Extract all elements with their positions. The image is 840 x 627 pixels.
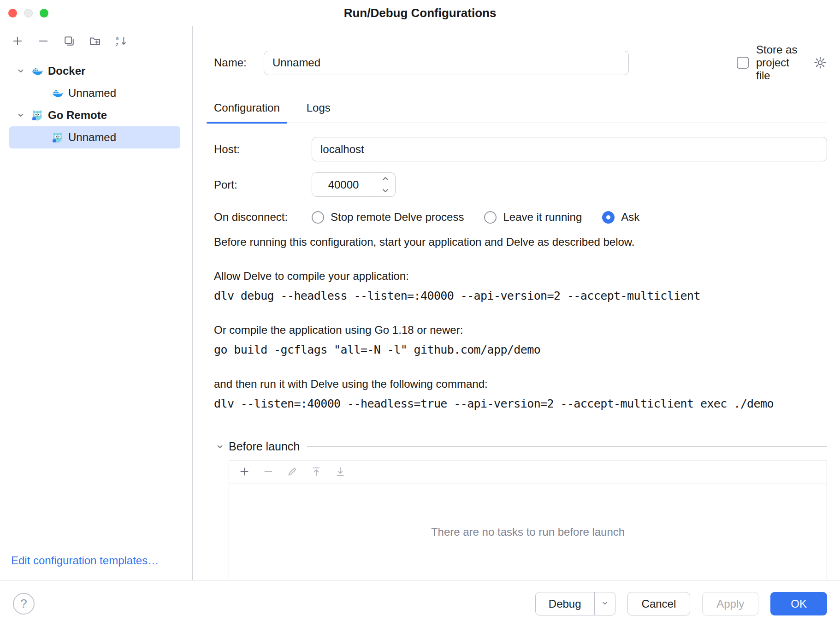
edit-templates-link[interactable]: Edit configuration templates… bbox=[0, 554, 192, 580]
question-mark-icon: ? bbox=[20, 597, 27, 611]
name-label: Name: bbox=[214, 56, 264, 69]
go-remote-icon bbox=[52, 131, 64, 143]
tasks-toolbar bbox=[229, 461, 827, 484]
run-command: dlv --listen=:40000 --headless=true --ap… bbox=[214, 397, 827, 410]
radio-label: Ask bbox=[621, 211, 639, 224]
tree-item-label: Go Remote bbox=[48, 109, 107, 122]
store-as-project-group: Store as project file bbox=[737, 43, 827, 82]
stepper-down-button[interactable] bbox=[375, 185, 395, 197]
help-button[interactable]: ? bbox=[13, 593, 35, 615]
minimize-window-button[interactable] bbox=[24, 9, 33, 18]
radio-icon bbox=[484, 211, 497, 224]
host-input[interactable] bbox=[312, 137, 827, 161]
editor-tabs: Configuration Logs bbox=[207, 101, 827, 123]
tree-item-docker[interactable]: Docker bbox=[0, 60, 192, 82]
sidebar-toolbar: az bbox=[0, 31, 192, 54]
arrow-up-to-bar-icon bbox=[310, 466, 322, 479]
move-task-down-button[interactable] bbox=[334, 467, 346, 479]
window-title: Run/Debug Configurations bbox=[0, 6, 840, 20]
radio-leave-it-running[interactable]: Leave it running bbox=[484, 211, 582, 224]
on-disconnect-label: On disconnect: bbox=[214, 211, 312, 224]
port-label: Port: bbox=[214, 178, 312, 191]
configuration-editor: Name: Store as project file Configuratio… bbox=[193, 26, 840, 580]
add-configuration-button[interactable] bbox=[11, 35, 24, 48]
radio-ask[interactable]: Ask bbox=[602, 211, 639, 224]
run-heading: and then run it with Delve using the fol… bbox=[214, 378, 827, 390]
titlebar: Run/Debug Configurations bbox=[0, 0, 840, 26]
port-input[interactable] bbox=[312, 173, 375, 196]
tree-item-label: Unnamed bbox=[68, 131, 116, 144]
before-launch-title: Before launch bbox=[229, 440, 300, 453]
chevron-down-icon bbox=[214, 447, 226, 454]
new-folder-button[interactable] bbox=[89, 35, 101, 48]
build-heading: Or compile the application using Go 1.18… bbox=[214, 324, 827, 337]
stepper-up-button[interactable] bbox=[375, 173, 395, 185]
name-row: Name: Store as project file bbox=[214, 43, 827, 82]
on-disconnect-row: On disconnect: Stop remote Delve process… bbox=[214, 211, 827, 224]
chevron-down-icon[interactable] bbox=[15, 65, 27, 77]
apply-button[interactable]: Apply bbox=[702, 592, 758, 615]
radio-selected-icon bbox=[602, 211, 615, 224]
new-folder-icon bbox=[89, 35, 101, 49]
store-as-project-checkbox[interactable] bbox=[737, 57, 749, 69]
before-launch-divider bbox=[307, 446, 827, 447]
compile-heading: Allow Delve to compile your application: bbox=[214, 270, 827, 283]
minus-icon bbox=[262, 466, 274, 479]
compile-command: dlv debug --headless --listen=:40000 --a… bbox=[214, 289, 827, 302]
dialog-body: az Docker Unnamed Go Remote bbox=[0, 26, 840, 580]
docker-icon bbox=[52, 87, 64, 99]
radio-label: Leave it running bbox=[503, 211, 582, 224]
before-launch-collapse-button[interactable] bbox=[214, 441, 226, 453]
debug-button[interactable]: Debug bbox=[535, 592, 615, 615]
plus-icon bbox=[11, 35, 24, 49]
radio-stop-remote-delve[interactable]: Stop remote Delve process bbox=[312, 211, 464, 224]
tab-configuration[interactable]: Configuration bbox=[207, 101, 287, 123]
pencil-icon bbox=[286, 466, 298, 479]
radio-icon bbox=[312, 211, 324, 224]
remove-task-button[interactable] bbox=[262, 467, 274, 479]
tree-item-label: Unnamed bbox=[68, 87, 116, 100]
tree-item-go-remote-unnamed[interactable]: Unnamed bbox=[9, 126, 180, 148]
tab-logs[interactable]: Logs bbox=[299, 101, 338, 123]
traffic-lights bbox=[8, 0, 48, 26]
tree-item-go-remote[interactable]: Go Remote bbox=[0, 104, 192, 126]
build-command: go build -gcflags "all=-N -l" github.com… bbox=[214, 343, 827, 356]
host-row: Host: bbox=[214, 137, 827, 161]
port-row: Port: bbox=[214, 172, 827, 197]
before-launch-tasks-panel: There are no tasks to run before launch bbox=[229, 461, 827, 580]
name-input[interactable] bbox=[264, 51, 629, 75]
sort-configurations-button[interactable]: az bbox=[114, 35, 127, 48]
host-label: Host: bbox=[214, 143, 312, 156]
debug-button-label[interactable]: Debug bbox=[536, 592, 594, 615]
close-window-button[interactable] bbox=[8, 9, 17, 18]
gear-icon bbox=[813, 64, 827, 71]
no-tasks-message: There are no tasks to run before launch bbox=[229, 484, 827, 580]
radio-label: Stop remote Delve process bbox=[331, 211, 464, 224]
tree-item-docker-unnamed[interactable]: Unnamed bbox=[0, 82, 192, 104]
debug-options-dropdown[interactable] bbox=[595, 592, 615, 615]
store-settings-button[interactable] bbox=[813, 56, 827, 70]
intro-text: Before running this configuration, start… bbox=[214, 236, 827, 248]
chevron-down-icon[interactable] bbox=[15, 109, 27, 121]
before-launch-header: Before launch bbox=[214, 440, 827, 453]
store-as-project-label: Store as project file bbox=[756, 43, 806, 82]
add-task-button[interactable] bbox=[238, 467, 250, 479]
chevron-down-icon bbox=[600, 597, 609, 610]
sort-alpha-icon: az bbox=[114, 35, 127, 49]
ok-button[interactable]: OK bbox=[770, 592, 827, 615]
cancel-button[interactable]: Cancel bbox=[627, 592, 691, 615]
minus-icon bbox=[37, 35, 50, 49]
remove-configuration-button[interactable] bbox=[37, 35, 50, 48]
move-task-up-button[interactable] bbox=[310, 467, 322, 479]
port-spinner bbox=[312, 172, 396, 197]
configurations-sidebar: az Docker Unnamed Go Remote bbox=[0, 26, 193, 580]
tree-item-label: Docker bbox=[48, 65, 85, 77]
port-stepper bbox=[375, 173, 395, 196]
run-debug-configurations-dialog: Run/Debug Configurations az bbox=[0, 0, 840, 627]
docker-icon bbox=[31, 65, 43, 77]
go-remote-icon bbox=[31, 109, 43, 121]
dialog-footer: ? Debug Cancel Apply OK bbox=[0, 580, 840, 627]
edit-task-button[interactable] bbox=[286, 467, 298, 479]
zoom-window-button[interactable] bbox=[40, 9, 48, 18]
copy-configuration-button[interactable] bbox=[63, 35, 76, 48]
